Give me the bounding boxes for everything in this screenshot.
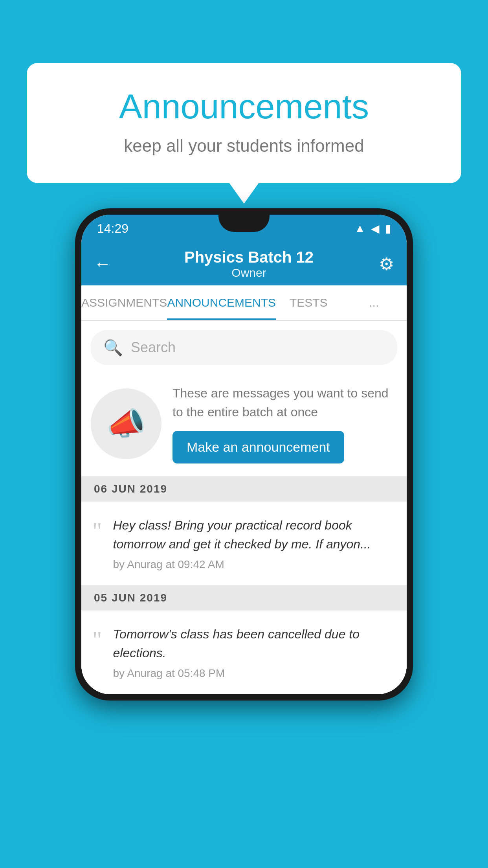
phone-screen: 14:29 ▲ ◀ ▮ ← Physics Batch 12 Owner ⚙	[81, 215, 407, 694]
back-button[interactable]: ←	[94, 254, 111, 274]
app-bar: ← Physics Batch 12 Owner ⚙	[81, 242, 407, 285]
announcement-author-1: by Anurag at 09:42 AM	[113, 558, 396, 571]
wifi-icon: ▲	[354, 222, 365, 235]
quote-icon-2: "	[92, 628, 102, 651]
speech-bubble: Announcements keep all your students inf…	[27, 63, 461, 183]
search-icon: 🔍	[103, 338, 123, 357]
announcement-prompt: 📣 These are messages you want to send to…	[81, 371, 407, 476]
battery-icon: ▮	[385, 222, 391, 235]
signal-icon: ◀	[371, 222, 380, 235]
status-icons: ▲ ◀ ▮	[354, 222, 391, 235]
app-bar-title: Physics Batch 12	[119, 248, 379, 266]
tab-announcements[interactable]: ANNOUNCEMENTS	[167, 285, 276, 320]
speech-bubble-subtitle: keep all your students informed	[50, 136, 438, 156]
announcement-author-2: by Anurag at 05:48 PM	[113, 667, 396, 680]
quote-icon-1: "	[92, 519, 102, 542]
date-separator-2: 05 JUN 2019	[81, 585, 407, 611]
date-separator-1: 06 JUN 2019	[81, 476, 407, 502]
app-bar-title-container: Physics Batch 12 Owner	[119, 248, 379, 280]
announcement-content-1: Hey class! Bring your practical record b…	[113, 516, 396, 571]
announcement-item-1: " Hey class! Bring your practical record…	[81, 502, 407, 585]
search-bar[interactable]: 🔍 Search	[91, 330, 397, 365]
settings-icon[interactable]: ⚙	[379, 254, 394, 274]
tab-tests[interactable]: TESTS	[276, 285, 341, 320]
app-bar-subtitle: Owner	[119, 266, 379, 280]
tabs-container: ASSIGNMENTS ANNOUNCEMENTS TESTS ...	[81, 285, 407, 321]
speech-bubble-title: Announcements	[50, 86, 438, 127]
make-announcement-button[interactable]: Make an announcement	[172, 431, 344, 463]
status-time: 14:29	[97, 221, 128, 236]
announcement-text-2: Tomorrow's class has been cancelled due …	[113, 625, 396, 662]
search-placeholder: Search	[131, 339, 176, 356]
speech-bubble-container: Announcements keep all your students inf…	[27, 63, 461, 183]
megaphone-circle: 📣	[91, 388, 161, 459]
tab-more[interactable]: ...	[341, 285, 407, 320]
phone-container: 14:29 ▲ ◀ ▮ ← Physics Batch 12 Owner ⚙	[75, 208, 413, 701]
announcement-content-2: Tomorrow's class has been cancelled due …	[113, 625, 396, 680]
phone-notch	[218, 215, 270, 232]
phone-outer: 14:29 ▲ ◀ ▮ ← Physics Batch 12 Owner ⚙	[75, 208, 413, 701]
announcement-right: These are messages you want to send to t…	[172, 384, 397, 463]
status-bar: 14:29 ▲ ◀ ▮	[81, 215, 407, 242]
announcement-item-2: " Tomorrow's class has been cancelled du…	[81, 611, 407, 694]
tab-assignments[interactable]: ASSIGNMENTS	[81, 285, 167, 320]
announcement-description: These are messages you want to send to t…	[172, 384, 397, 421]
megaphone-icon: 📣	[106, 405, 146, 442]
content-area: 🔍 Search 📣 These are messages you want t…	[81, 330, 407, 694]
announcement-text-1: Hey class! Bring your practical record b…	[113, 516, 396, 554]
